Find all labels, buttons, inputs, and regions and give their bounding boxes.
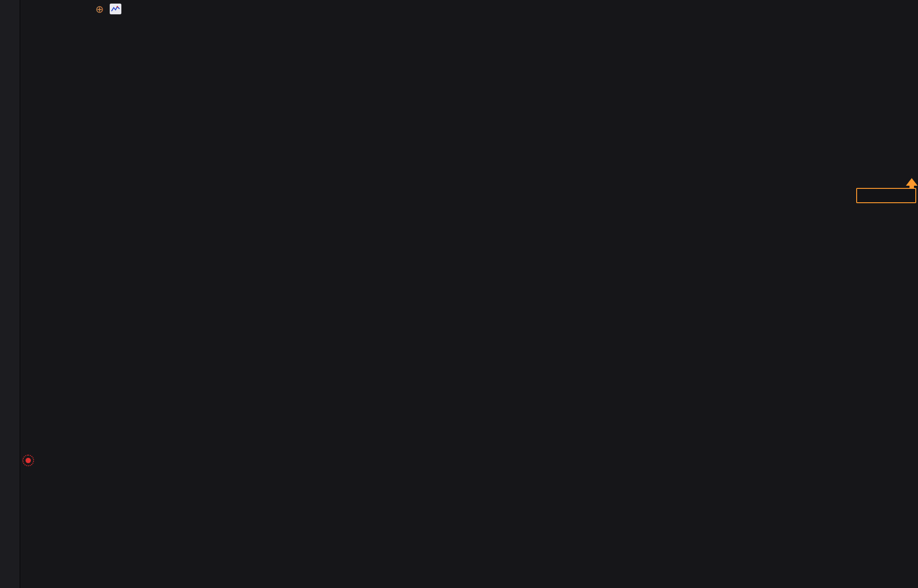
main-chart-legend: ⊕: [83, 2, 128, 16]
trading-terminal: ⊕: [0, 0, 918, 588]
price-chart-canvas[interactable]: [0, 0, 918, 588]
chart-type-icon[interactable]: [110, 4, 121, 14]
live-indicator-icon: [22, 455, 34, 466]
chart-stage: ⊕: [20, 0, 918, 588]
add-indicator-icon[interactable]: ⊕: [95, 4, 103, 15]
price-up-arrow-icon: [906, 178, 918, 186]
indicator-tab-bar: [20, 573, 918, 588]
current-price-tag: [856, 188, 916, 203]
